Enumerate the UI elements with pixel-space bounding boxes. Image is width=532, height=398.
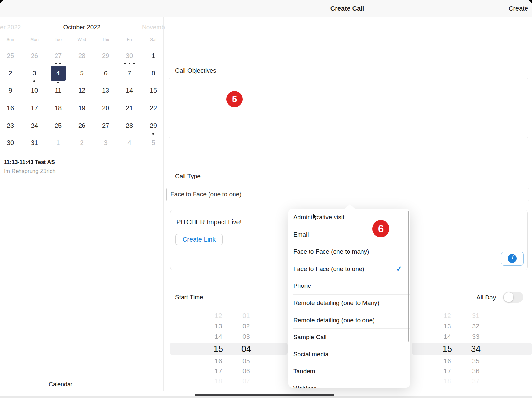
calendar-day[interactable]: 28 [122, 118, 137, 133]
event-list-item-title[interactable]: 11:13-11:43 Test AS [4, 159, 55, 166]
calendar-day[interactable]: 15 [146, 83, 161, 98]
calendar-day[interactable]: 17 [27, 100, 42, 115]
wheel-value: 12 [433, 310, 462, 321]
end-hour-wheel[interactable]: 12 13 14 15 16 17 18 [433, 309, 462, 389]
calendar-day[interactable]: 28 [74, 48, 89, 63]
start-minute-wheel[interactable]: 01 02 03 04 05 06 07 [232, 309, 261, 389]
dropdown-item-label: Phone [293, 282, 311, 289]
start-time-label: Start Time [175, 294, 203, 301]
calendar-day[interactable]: 20 [98, 100, 113, 115]
calendar-day[interactable]: 5 [146, 135, 161, 150]
start-hour-wheel[interactable]: 12 13 14 15 16 17 18 [204, 309, 233, 389]
dropdown-item[interactable]: Email [293, 226, 410, 243]
end-minute-wheel[interactable]: 31 32 33 34 35 36 37 [461, 309, 490, 389]
dropdown-item[interactable]: Social media [293, 346, 410, 363]
calendar-day[interactable]: 14 [122, 83, 137, 98]
calendar-day[interactable]: 12 [74, 83, 89, 98]
dropdown-item-label: Remote detailing (one to Many) [293, 299, 379, 306]
calendar-day[interactable]: 25 [51, 118, 66, 133]
event-dot [152, 133, 154, 135]
calendar-day[interactable]: 27 [98, 118, 113, 133]
calendar-day[interactable]: 21 [122, 100, 137, 115]
divider [163, 182, 532, 182]
dropdown-item-clipped[interactable]: Webinar [293, 380, 410, 388]
calendar-day[interactable]: 19 [74, 100, 89, 115]
create-link-button[interactable]: Create Link [175, 234, 223, 245]
calendar-day[interactable]: 7 [122, 66, 137, 81]
calendar-day[interactable]: 31 [27, 135, 42, 150]
calendar-day[interactable]: 29 [98, 48, 113, 63]
calendar-day[interactable]: 5 [74, 66, 89, 81]
wheel-value: 14 [433, 331, 462, 342]
all-day-toggle[interactable] [503, 292, 523, 303]
dropdown-item-label: Remote detailing (one to one) [293, 317, 374, 324]
wheel-value: 18 [204, 376, 233, 387]
calendar-day[interactable]: 25 [3, 48, 18, 63]
prev-month-label[interactable]: er 2022 [0, 23, 21, 32]
weekday-label: Tue [49, 37, 67, 42]
event-dot [33, 80, 35, 82]
calendar-day[interactable]: 4 [122, 135, 137, 150]
calendar-day[interactable]: 3 [27, 66, 42, 81]
bottom-strip [0, 396, 532, 398]
page-title: Create Call [162, 0, 532, 17]
calendar-day[interactable]: 26 [27, 48, 42, 63]
toggle-knob [504, 292, 513, 302]
event-dot [129, 63, 130, 64]
dropdown-item-label: Face to Face (one to one) [293, 265, 364, 272]
weekday-label: Mon [25, 37, 44, 42]
calendar-day[interactable]: 2 [3, 66, 18, 81]
calendar-day[interactable]: 13 [98, 83, 113, 98]
mouse-cursor-icon [311, 212, 320, 222]
wheel-value: 17 [433, 365, 462, 377]
dropdown-item[interactable]: Remote detailing (one to Many) [293, 294, 410, 312]
calendar-day[interactable]: 2 [74, 135, 89, 150]
event-dot [57, 82, 59, 83]
dropdown-item[interactable]: Tandem [293, 363, 410, 380]
wheel-value: 13 [204, 321, 233, 332]
calendar-day[interactable]: 22 [146, 100, 161, 115]
calendar-day[interactable]: 30 [122, 48, 137, 63]
horizontal-scroll-indicator[interactable] [195, 394, 334, 396]
wheel-value-selected: 15 [433, 343, 462, 355]
create-button[interactable]: Create [509, 0, 528, 17]
call-type-field[interactable]: Face to Face (one to one) [166, 188, 529, 201]
calendar-day[interactable]: 27 [51, 48, 66, 63]
wheel-value-selected: 04 [232, 343, 261, 355]
calendar-day[interactable]: 10 [27, 83, 42, 98]
calendar-day[interactable]: 30 [3, 135, 18, 150]
calendar-day[interactable]: 1 [51, 135, 66, 150]
dropdown-item-selected[interactable]: Face to Face (one to one) ✓ [293, 260, 410, 277]
wheel-value: 16 [433, 355, 462, 366]
calendar-day[interactable]: 11 [51, 83, 66, 98]
dropdown-item[interactable]: Face to Face (one to many) [293, 243, 410, 260]
calendar-day[interactable]: 16 [3, 100, 18, 115]
calendar-day[interactable]: 23 [3, 118, 18, 133]
dropdown-scrollbar[interactable] [408, 211, 409, 342]
calendar-day[interactable]: 18 [51, 100, 66, 115]
app-screen: Home Existing Calls Today Cancel Create … [0, 0, 532, 398]
calendar-day[interactable]: 9 [3, 83, 18, 98]
calendar-day[interactable]: 26 [74, 118, 89, 133]
wheel-value: 37 [461, 376, 490, 387]
wheel-value-selected: 34 [461, 343, 490, 355]
tab-calendar[interactable]: Calendar [49, 381, 72, 388]
weekday-label: Sun [1, 37, 19, 42]
calendar-day[interactable]: 24 [27, 118, 42, 133]
info-button[interactable]: i [501, 252, 524, 266]
call-objectives-input[interactable] [169, 78, 528, 138]
dropdown-item[interactable]: Phone [293, 277, 410, 294]
dropdown-item[interactable]: Administrative visit [288, 209, 410, 226]
calendar-day[interactable]: 8 [146, 66, 161, 81]
calendar-day-selected[interactable]: 4 [51, 66, 66, 81]
calendar-day[interactable]: 29 [146, 118, 161, 133]
screen-corner [0, 0, 5, 5]
wheel-value: 16 [204, 355, 233, 366]
dropdown-item[interactable]: Remote detailing (one to one) [293, 312, 410, 329]
wheel-value: 17 [204, 365, 233, 377]
next-month-label[interactable]: Novemb [142, 23, 165, 32]
calendar-day[interactable]: 1 [146, 48, 161, 63]
dropdown-item[interactable]: Sample Call [293, 328, 410, 346]
calendar-day[interactable]: 3 [98, 135, 113, 150]
calendar-day[interactable]: 6 [98, 66, 113, 81]
